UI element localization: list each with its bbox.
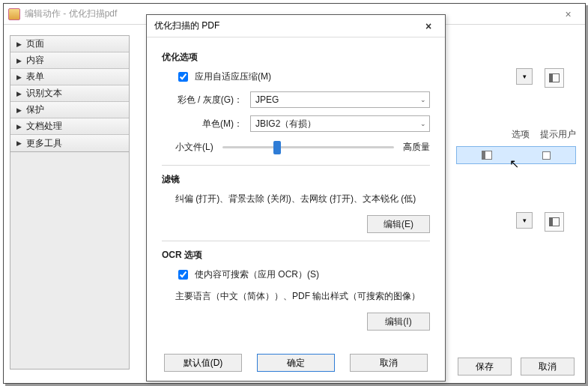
dialog-footer: 默认值(D) 确定 取消 bbox=[147, 354, 445, 372]
ok-button[interactable]: 确定 bbox=[257, 354, 335, 372]
sidebar-item-label: 文档处理 bbox=[26, 120, 62, 133]
triangle-icon: ▶ bbox=[16, 57, 22, 64]
triangle-icon: ▶ bbox=[16, 90, 22, 97]
optimize-dialog: 优化扫描的 PDF × 优化选项 应用自适应压缩(M) 彩色 / 灰度(G)： … bbox=[146, 14, 446, 382]
mono-label: 单色(M)： bbox=[175, 118, 243, 130]
column-options: 选项 bbox=[512, 128, 530, 141]
chevron-down-icon: ▾ bbox=[523, 217, 527, 224]
quality-slider[interactable] bbox=[222, 139, 394, 154]
ocr-checkbox-input[interactable] bbox=[178, 270, 188, 280]
filter-summary: 纠偏 (打开)、背景去除 (关闭)、去网纹 (打开)、文本锐化 (低) bbox=[175, 192, 430, 206]
mono-value: JBIG2（有损） bbox=[255, 118, 316, 130]
app-icon bbox=[8, 8, 20, 20]
sidebar-item-label: 更多工具 bbox=[26, 137, 62, 150]
list-icon bbox=[549, 73, 560, 82]
optimize-heading: 优化选项 bbox=[162, 51, 430, 64]
color-gray-row: 彩色 / 灰度(G)： JPEG ⌄ bbox=[175, 91, 430, 108]
sidebar-item-label: 内容 bbox=[26, 54, 44, 67]
app-window: 编辑动作 - 优化扫描pdf × ▶页面 ▶内容 ▶表单 ▶识别文本 ▶保护 ▶… bbox=[3, 3, 586, 384]
ocr-checkbox[interactable]: 使内容可搜索（应用 OCR）(S) bbox=[175, 268, 430, 282]
triangle-icon: ▶ bbox=[16, 106, 22, 114]
window-close-button[interactable]: × bbox=[551, 4, 585, 25]
adaptive-compress-label: 应用自适应压缩(M) bbox=[195, 70, 271, 83]
bottom-bar: 保存 取消 bbox=[458, 358, 575, 376]
dialog-body: 优化选项 应用自适应压缩(M) 彩色 / 灰度(G)： JPEG ⌄ 单色(M)… bbox=[147, 37, 445, 343]
column-headers: 选项 提示用户 bbox=[512, 128, 576, 141]
slider-right-label: 高质量 bbox=[403, 141, 430, 154]
triangle-icon: ▶ bbox=[16, 40, 22, 48]
triangle-icon: ▶ bbox=[16, 123, 22, 130]
dialog-title: 优化扫描的 PDF bbox=[154, 19, 219, 32]
triangle-icon: ▶ bbox=[16, 139, 22, 147]
triangle-icon: ▶ bbox=[16, 73, 22, 81]
filter-heading: 滤镜 bbox=[162, 173, 430, 186]
prompt-checkbox[interactable] bbox=[542, 151, 551, 160]
ocr-summary: 主要语言（中文（简体））、PDF 输出样式（可搜索的图像） bbox=[175, 289, 430, 304]
app-title: 编辑动作 - 优化扫描pdf bbox=[25, 7, 117, 20]
sidebar-item-protect[interactable]: ▶保护 bbox=[10, 102, 129, 118]
sidebar-item-recognize-text[interactable]: ▶识别文本 bbox=[10, 85, 129, 102]
toolbar-dropdown[interactable]: ▾ bbox=[516, 68, 533, 85]
secondary-options-button[interactable] bbox=[545, 212, 564, 232]
sidebar-panel: ▶页面 ▶内容 ▶表单 ▶识别文本 ▶保护 ▶文档处理 ▶更多工具 bbox=[10, 35, 130, 152]
sidebar-item-label: 识别文本 bbox=[26, 87, 62, 100]
default-button[interactable]: 默认值(D) bbox=[164, 354, 242, 372]
toolbar-options-button[interactable] bbox=[545, 68, 564, 88]
color-gray-label: 彩色 / 灰度(G)： bbox=[175, 94, 243, 106]
selected-row[interactable] bbox=[456, 146, 576, 164]
sidebar-item-doc-process[interactable]: ▶文档处理 bbox=[10, 118, 129, 135]
color-gray-value: JPEG bbox=[255, 94, 279, 105]
color-gray-select[interactable]: JPEG ⌄ bbox=[250, 91, 430, 108]
sidebar: ▶页面 ▶内容 ▶表单 ▶识别文本 ▶保护 ▶文档处理 ▶更多工具 bbox=[4, 25, 134, 383]
slider-thumb[interactable] bbox=[273, 141, 281, 154]
chevron-down-icon: ⌄ bbox=[420, 96, 426, 103]
dialog-cancel-button[interactable]: 取消 bbox=[350, 354, 428, 372]
sidebar-item-form[interactable]: ▶表单 bbox=[10, 69, 129, 85]
sidebar-item-label: 表单 bbox=[26, 70, 44, 83]
separator bbox=[162, 165, 430, 166]
sidebar-empty-area bbox=[10, 152, 130, 370]
mono-select[interactable]: JBIG2（有损） ⌄ bbox=[250, 115, 430, 132]
dialog-titlebar: 优化扫描的 PDF × bbox=[147, 15, 445, 37]
slider-left-label: 小文件(L) bbox=[175, 141, 213, 154]
chevron-down-icon: ⌄ bbox=[420, 120, 426, 127]
adaptive-compress-input[interactable] bbox=[178, 72, 188, 82]
separator bbox=[162, 241, 430, 241]
sidebar-item-page[interactable]: ▶页面 bbox=[10, 36, 129, 52]
save-button[interactable]: 保存 bbox=[458, 358, 512, 376]
column-prompt-user: 提示用户 bbox=[540, 128, 576, 141]
filter-edit-button[interactable]: 编辑(E) bbox=[367, 215, 430, 233]
adaptive-compress-checkbox[interactable]: 应用自适应压缩(M) bbox=[175, 70, 430, 84]
ocr-edit-button[interactable]: 编辑(I) bbox=[367, 313, 430, 331]
slider-track bbox=[222, 146, 394, 148]
dialog-close-button[interactable]: × bbox=[419, 20, 437, 32]
sidebar-item-label: 页面 bbox=[26, 37, 44, 50]
sidebar-item-label: 保护 bbox=[26, 103, 44, 116]
list-icon bbox=[549, 217, 560, 226]
secondary-dropdown[interactable]: ▾ bbox=[516, 212, 533, 229]
sidebar-item-content[interactable]: ▶内容 bbox=[10, 52, 129, 69]
cancel-button[interactable]: 取消 bbox=[521, 358, 575, 376]
ocr-checkbox-label: 使内容可搜索（应用 OCR）(S) bbox=[195, 268, 319, 281]
mono-row: 单色(M)： JBIG2（有损） ⌄ bbox=[175, 115, 430, 132]
quality-slider-row: 小文件(L) 高质量 bbox=[175, 139, 430, 154]
options-icon[interactable] bbox=[482, 151, 492, 160]
chevron-down-icon: ▾ bbox=[523, 73, 527, 80]
sidebar-item-more-tools[interactable]: ▶更多工具 bbox=[10, 135, 129, 151]
ocr-heading: OCR 选项 bbox=[162, 249, 430, 262]
